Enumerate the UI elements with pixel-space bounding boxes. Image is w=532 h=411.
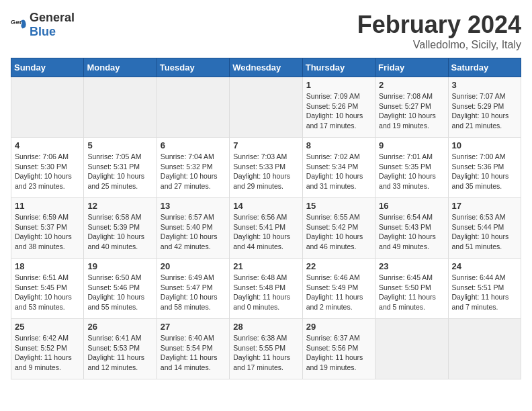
- logo-general: General: [30, 11, 75, 24]
- header-saturday: Saturday: [448, 58, 521, 77]
- day-number: 18: [15, 261, 80, 271]
- day-info: Sunrise: 6:41 AM Sunset: 5:53 PM Dayligh…: [87, 333, 152, 373]
- calendar-cell: 22Sunrise: 6:46 AM Sunset: 5:49 PM Dayli…: [302, 259, 375, 319]
- day-number: 10: [452, 140, 517, 150]
- title-area: February 2024 Valledolmo, Sicily, Italy: [357, 11, 521, 51]
- main-title: February 2024: [357, 11, 521, 39]
- calendar-cell: [157, 77, 229, 138]
- calendar-cell: 7Sunrise: 7:03 AM Sunset: 5:33 PM Daylig…: [230, 138, 302, 198]
- weekday-row: Sunday Monday Tuesday Wednesday Thursday…: [11, 58, 521, 77]
- day-number: 12: [87, 201, 152, 211]
- calendar-cell: 6Sunrise: 7:04 AM Sunset: 5:32 PM Daylig…: [157, 138, 229, 198]
- day-number: 3: [452, 80, 517, 90]
- day-number: 22: [306, 261, 371, 271]
- day-info: Sunrise: 6:59 AM Sunset: 5:37 PM Dayligh…: [15, 212, 80, 252]
- day-info: Sunrise: 6:58 AM Sunset: 5:39 PM Dayligh…: [87, 212, 152, 252]
- logo-icon: Gen: [11, 17, 27, 33]
- day-info: Sunrise: 7:08 AM Sunset: 5:27 PM Dayligh…: [379, 91, 444, 131]
- calendar-cell: 20Sunrise: 6:49 AM Sunset: 5:47 PM Dayli…: [157, 259, 229, 319]
- calendar-cell: [448, 319, 521, 379]
- day-info: Sunrise: 6:51 AM Sunset: 5:45 PM Dayligh…: [15, 273, 80, 312]
- header-monday: Monday: [84, 58, 157, 77]
- calendar-cell: 25Sunrise: 6:42 AM Sunset: 5:52 PM Dayli…: [11, 319, 84, 379]
- calendar-cell: 10Sunrise: 7:00 AM Sunset: 5:36 PM Dayli…: [448, 138, 521, 198]
- day-number: 5: [87, 140, 152, 150]
- day-info: Sunrise: 6:55 AM Sunset: 5:42 PM Dayligh…: [306, 212, 371, 252]
- calendar-cell: [11, 77, 84, 138]
- day-info: Sunrise: 6:56 AM Sunset: 5:41 PM Dayligh…: [233, 212, 298, 252]
- header-friday: Friday: [375, 58, 448, 77]
- calendar-header: Sunday Monday Tuesday Wednesday Thursday…: [11, 58, 521, 77]
- day-number: 15: [306, 201, 371, 211]
- calendar-week-1: 1Sunrise: 7:09 AM Sunset: 5:26 PM Daylig…: [11, 77, 521, 138]
- day-info: Sunrise: 7:07 AM Sunset: 5:29 PM Dayligh…: [452, 91, 517, 131]
- day-info: Sunrise: 7:06 AM Sunset: 5:30 PM Dayligh…: [15, 152, 80, 191]
- calendar-cell: 12Sunrise: 6:58 AM Sunset: 5:39 PM Dayli…: [84, 198, 157, 259]
- calendar-week-2: 4Sunrise: 7:06 AM Sunset: 5:30 PM Daylig…: [11, 138, 521, 198]
- day-info: Sunrise: 6:46 AM Sunset: 5:49 PM Dayligh…: [306, 273, 371, 312]
- calendar-body: 1Sunrise: 7:09 AM Sunset: 5:26 PM Daylig…: [11, 77, 521, 379]
- calendar-cell: 23Sunrise: 6:45 AM Sunset: 5:50 PM Dayli…: [375, 259, 448, 319]
- day-info: Sunrise: 6:37 AM Sunset: 5:56 PM Dayligh…: [306, 333, 371, 373]
- day-number: 4: [15, 140, 80, 150]
- day-info: Sunrise: 6:45 AM Sunset: 5:50 PM Dayligh…: [379, 273, 444, 312]
- day-number: 27: [161, 322, 226, 332]
- day-info: Sunrise: 7:02 AM Sunset: 5:34 PM Dayligh…: [306, 152, 371, 191]
- day-number: 16: [379, 201, 444, 211]
- calendar-cell: [230, 77, 302, 138]
- day-info: Sunrise: 7:09 AM Sunset: 5:26 PM Dayligh…: [306, 91, 371, 131]
- calendar-cell: 29Sunrise: 6:37 AM Sunset: 5:56 PM Dayli…: [302, 319, 375, 379]
- calendar-cell: [375, 319, 448, 379]
- calendar-cell: 14Sunrise: 6:56 AM Sunset: 5:41 PM Dayli…: [230, 198, 302, 259]
- day-info: Sunrise: 6:42 AM Sunset: 5:52 PM Dayligh…: [15, 333, 80, 373]
- calendar-cell: 5Sunrise: 7:05 AM Sunset: 5:31 PM Daylig…: [84, 138, 157, 198]
- day-number: 6: [161, 140, 226, 150]
- day-number: 28: [233, 322, 298, 332]
- day-number: 19: [87, 261, 152, 271]
- header-sunday: Sunday: [11, 58, 84, 77]
- header-tuesday: Tuesday: [157, 58, 229, 77]
- calendar-table: Sunday Monday Tuesday Wednesday Thursday…: [11, 58, 521, 379]
- day-number: 26: [87, 322, 152, 332]
- day-info: Sunrise: 6:38 AM Sunset: 5:55 PM Dayligh…: [233, 333, 298, 373]
- calendar-cell: [84, 77, 157, 138]
- logo-blue: Blue: [30, 25, 56, 38]
- page-container: Gen General Blue February 2024 Valledolm…: [11, 11, 521, 379]
- day-number: 11: [15, 201, 80, 211]
- calendar-cell: 1Sunrise: 7:09 AM Sunset: 5:26 PM Daylig…: [302, 77, 375, 138]
- logo: Gen General Blue: [11, 11, 75, 39]
- day-number: 25: [15, 322, 80, 332]
- calendar-cell: 27Sunrise: 6:40 AM Sunset: 5:54 PM Dayli…: [157, 319, 229, 379]
- calendar-cell: 3Sunrise: 7:07 AM Sunset: 5:29 PM Daylig…: [448, 77, 521, 138]
- calendar-cell: 18Sunrise: 6:51 AM Sunset: 5:45 PM Dayli…: [11, 259, 84, 319]
- day-number: 2: [379, 80, 444, 90]
- day-number: 20: [161, 261, 226, 271]
- day-info: Sunrise: 6:44 AM Sunset: 5:51 PM Dayligh…: [452, 273, 517, 312]
- day-info: Sunrise: 7:03 AM Sunset: 5:33 PM Dayligh…: [233, 152, 298, 191]
- calendar-cell: 19Sunrise: 6:50 AM Sunset: 5:46 PM Dayli…: [84, 259, 157, 319]
- calendar-cell: 4Sunrise: 7:06 AM Sunset: 5:30 PM Daylig…: [11, 138, 84, 198]
- header-thursday: Thursday: [302, 58, 375, 77]
- calendar-week-3: 11Sunrise: 6:59 AM Sunset: 5:37 PM Dayli…: [11, 198, 521, 259]
- logo-text: General Blue: [30, 11, 75, 39]
- calendar-cell: 8Sunrise: 7:02 AM Sunset: 5:34 PM Daylig…: [302, 138, 375, 198]
- day-info: Sunrise: 6:57 AM Sunset: 5:40 PM Dayligh…: [161, 212, 226, 252]
- day-number: 21: [233, 261, 298, 271]
- day-info: Sunrise: 6:53 AM Sunset: 5:44 PM Dayligh…: [452, 212, 517, 252]
- calendar-cell: 11Sunrise: 6:59 AM Sunset: 5:37 PM Dayli…: [11, 198, 84, 259]
- day-number: 24: [452, 261, 517, 271]
- calendar-cell: 21Sunrise: 6:48 AM Sunset: 5:48 PM Dayli…: [230, 259, 302, 319]
- calendar-cell: 2Sunrise: 7:08 AM Sunset: 5:27 PM Daylig…: [375, 77, 448, 138]
- calendar-cell: 9Sunrise: 7:01 AM Sunset: 5:35 PM Daylig…: [375, 138, 448, 198]
- day-number: 14: [233, 201, 298, 211]
- day-info: Sunrise: 6:49 AM Sunset: 5:47 PM Dayligh…: [161, 273, 226, 312]
- day-number: 1: [306, 80, 371, 90]
- header: Gen General Blue February 2024 Valledolm…: [11, 11, 521, 51]
- day-info: Sunrise: 7:04 AM Sunset: 5:32 PM Dayligh…: [161, 152, 226, 191]
- calendar-cell: 24Sunrise: 6:44 AM Sunset: 5:51 PM Dayli…: [448, 259, 521, 319]
- calendar-cell: 13Sunrise: 6:57 AM Sunset: 5:40 PM Dayli…: [157, 198, 229, 259]
- day-info: Sunrise: 6:48 AM Sunset: 5:48 PM Dayligh…: [233, 273, 298, 312]
- day-info: Sunrise: 7:05 AM Sunset: 5:31 PM Dayligh…: [87, 152, 152, 191]
- calendar-cell: 16Sunrise: 6:54 AM Sunset: 5:43 PM Dayli…: [375, 198, 448, 259]
- calendar-cell: 26Sunrise: 6:41 AM Sunset: 5:53 PM Dayli…: [84, 319, 157, 379]
